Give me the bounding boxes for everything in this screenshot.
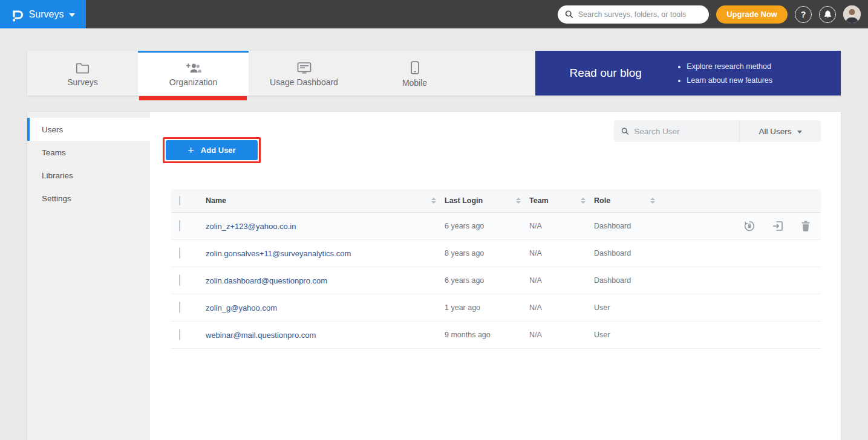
bell-icon [823, 10, 832, 19]
role-cell: Dashboard [594, 249, 664, 257]
blog-bullet: Explore research method [687, 62, 772, 71]
role-cell: Dashboard [594, 222, 664, 230]
row-checkbox[interactable] [179, 247, 180, 259]
table-row: zolin.gonsalves+11@surveyanalytics.com 8… [171, 240, 821, 267]
table-row: zolin.dashboard@questionpro.com 6 years … [171, 267, 821, 294]
user-search-input[interactable] [634, 127, 732, 136]
row-checkbox[interactable] [179, 274, 180, 286]
question-mark-icon: ? [801, 10, 806, 19]
role-cell: User [594, 303, 664, 312]
sidebar-item-libraries[interactable]: Libraries [27, 164, 150, 187]
dashboard-icon [297, 62, 312, 74]
tab-surveys[interactable]: Surveys [27, 51, 138, 95]
tab-organization[interactable]: Organization [138, 51, 249, 95]
table-row: zolin_z+123@yahoo.co.in 6 years ago N/A … [171, 213, 821, 240]
sidebar-item-label: Teams [42, 148, 66, 157]
team-cell: N/A [529, 249, 594, 257]
notifications-button[interactable] [819, 6, 836, 23]
avatar[interactable] [843, 5, 861, 23]
user-name-link[interactable]: zolin.dashboard@questionpro.com [206, 276, 327, 285]
add-user-button[interactable]: + Add User [166, 140, 258, 160]
team-cell: N/A [529, 331, 594, 339]
add-user-label: Add User [201, 146, 236, 155]
row-checkbox[interactable] [179, 302, 180, 313]
sidebar-item-users[interactable]: Users [27, 118, 150, 141]
sort-icon[interactable] [516, 198, 521, 204]
user-filter-value: All Users [759, 127, 791, 136]
organization-sidebar: Users Teams Libraries Settings [27, 112, 150, 440]
role-cell: Dashboard [594, 276, 664, 285]
table-row: webinar@mail.questionpro.com 9 months ag… [171, 322, 821, 349]
row-checkbox[interactable] [179, 220, 180, 231]
top-navigation-bar: Surveys Upgrade Now ? [0, 0, 868, 28]
sort-icon[interactable] [650, 198, 655, 204]
user-filter-dropdown[interactable]: All Users [740, 120, 821, 142]
user-name-link[interactable]: zolin_z+123@yahoo.co.in [206, 222, 296, 231]
tab-usage-dashboard[interactable]: Usage Dashboard [249, 51, 359, 95]
sidebar-item-settings[interactable]: Settings [27, 187, 150, 210]
questionpro-logo [11, 7, 24, 22]
blog-bullet-list: Explore research method Learn about new … [676, 62, 772, 85]
product-label: Surveys [29, 9, 64, 20]
reset-password-icon[interactable] [743, 220, 755, 232]
users-main: All Users + Add User Name Last Login [150, 112, 841, 440]
last-login-cell: 8 years ago [445, 249, 529, 257]
module-tabs: Surveys Organization Usage Dashboard Mob… [27, 51, 841, 95]
tab-label: Organization [169, 77, 217, 87]
sidebar-item-teams[interactable]: Teams [27, 141, 150, 164]
add-users-icon [185, 62, 201, 74]
global-search[interactable] [558, 5, 709, 24]
organization-panel: Users Teams Libraries Settings All Users [27, 112, 841, 440]
last-login-cell: 9 months ago [445, 331, 529, 339]
sidebar-item-label: Libraries [42, 171, 73, 180]
user-search-box[interactable] [614, 120, 740, 142]
user-name-link[interactable]: zolin_g@yahoo.com [206, 303, 277, 312]
topbar-actions: Upgrade Now ? [558, 5, 868, 24]
user-name-link[interactable]: zolin.gonsalves+11@surveyanalytics.com [206, 249, 351, 258]
annotation-box: + Add User [163, 137, 261, 163]
user-name-link[interactable]: webinar@mail.questionpro.com [206, 331, 316, 340]
product-switcher[interactable]: Surveys [0, 0, 86, 28]
last-login-cell: 6 years ago [445, 222, 529, 230]
tab-label: Mobile [402, 78, 427, 88]
last-login-cell: 1 year ago [445, 303, 529, 312]
column-header-team: Team [529, 196, 549, 205]
sort-icon[interactable] [581, 198, 586, 204]
plus-icon: + [188, 145, 194, 156]
users-table: Name Last Login Team Role [171, 189, 821, 349]
column-header-role: Role [594, 196, 610, 205]
help-button[interactable]: ? [795, 6, 812, 23]
sidebar-item-label: Settings [42, 194, 71, 203]
tab-mobile[interactable]: Mobile [359, 51, 470, 95]
login-as-user-icon[interactable] [772, 220, 784, 232]
user-photo [843, 5, 861, 23]
table-row: zolin_g@yahoo.com 1 year ago N/A User [171, 294, 821, 322]
role-cell: User [594, 331, 664, 339]
last-login-cell: 6 years ago [445, 276, 529, 285]
row-checkbox[interactable] [179, 329, 180, 340]
sort-icon[interactable] [431, 198, 436, 204]
tabstrip-spacer [470, 51, 535, 95]
blog-bullet: Learn about new features [687, 76, 772, 85]
tab-label: Usage Dashboard [270, 77, 338, 87]
chevron-down-icon [69, 13, 75, 17]
folder-icon [76, 62, 90, 74]
team-cell: N/A [529, 222, 594, 230]
mobile-icon [411, 61, 419, 74]
user-search-filter: All Users [614, 120, 821, 142]
upgrade-now-button[interactable]: Upgrade Now [716, 5, 788, 24]
team-cell: N/A [529, 276, 594, 285]
blog-promo-panel[interactable]: Read our blog Explore research method Le… [535, 51, 841, 95]
team-cell: N/A [529, 303, 594, 312]
blog-title: Read our blog [535, 66, 676, 80]
search-icon [621, 127, 628, 135]
select-all-checkbox[interactable] [179, 196, 180, 205]
delete-icon[interactable] [800, 220, 811, 232]
table-header-row: Name Last Login Team Role [171, 189, 821, 213]
chevron-down-icon [797, 131, 802, 134]
annotation-underline [139, 96, 247, 100]
global-search-input[interactable] [578, 10, 702, 19]
column-header-name: Name [206, 196, 226, 205]
column-header-last-login: Last Login [445, 196, 483, 205]
search-icon [565, 10, 573, 19]
